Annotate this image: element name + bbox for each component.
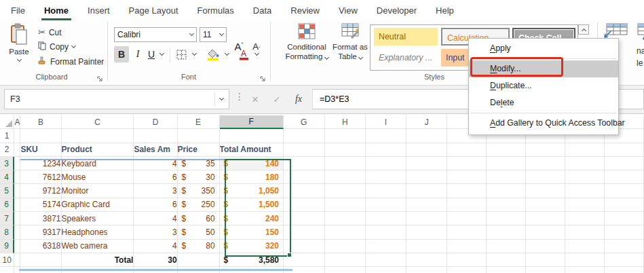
cell-N7[interactable] <box>565 212 605 225</box>
row-header-1[interactable]: 1 <box>0 129 14 143</box>
cell-D3[interactable]: 4 <box>134 157 177 170</box>
cell-A10[interactable] <box>14 253 20 267</box>
cell-C6[interactable]: Graphic Card <box>62 198 134 212</box>
cell-K6[interactable] <box>447 198 487 212</box>
conditional-formatting-button[interactable]: Conditional Formatting <box>284 23 330 61</box>
cell-D2[interactable]: Sales Am <box>134 143 177 157</box>
cell-H4[interactable] <box>325 170 366 184</box>
cell-D9[interactable]: 4 <box>134 240 177 253</box>
cell-A5[interactable] <box>14 184 20 198</box>
cell-K9[interactable] <box>447 240 487 253</box>
col-header-H[interactable]: H <box>325 115 366 129</box>
clipped-ribbon-button-icon[interactable] <box>637 22 644 45</box>
cell-N8[interactable] <box>565 225 605 239</box>
cell-L7[interactable] <box>487 212 526 225</box>
cell-J1[interactable] <box>406 129 447 143</box>
cell-L10[interactable] <box>487 253 526 267</box>
cell-L9[interactable] <box>487 240 526 253</box>
cell-M3[interactable] <box>526 157 565 170</box>
cell-I3[interactable] <box>366 157 406 170</box>
cell-I4[interactable] <box>366 170 406 184</box>
tab-view[interactable]: View <box>329 0 367 20</box>
tab-review[interactable]: Review <box>281 0 329 20</box>
cell-O3[interactable] <box>605 157 644 170</box>
tab-developer[interactable]: Developer <box>367 0 426 20</box>
cell-H6[interactable] <box>325 198 366 212</box>
name-box[interactable]: F3 <box>4 89 229 109</box>
cell-M8[interactable] <box>526 225 565 239</box>
cell-B7[interactable]: 3871 <box>20 212 61 225</box>
underline-dropdown-icon[interactable] <box>157 46 166 62</box>
style-chip-explanatory[interactable]: Explanatory ... <box>374 49 438 67</box>
row-header-4[interactable]: 4 <box>0 170 14 184</box>
cell-N11[interactable] <box>565 267 605 273</box>
cell-E11[interactable] <box>178 267 220 273</box>
col-header-B[interactable]: B <box>20 115 61 129</box>
cell-G4[interactable] <box>284 170 325 184</box>
cell-M2[interactable] <box>526 143 565 157</box>
cell-A3[interactable] <box>14 157 20 170</box>
cell-C2[interactable]: Product <box>62 143 134 157</box>
format-as-table-button[interactable]: Format as Table <box>331 23 369 61</box>
cell-F2[interactable]: Total Amount <box>220 143 284 157</box>
tab-help[interactable]: Help <box>426 0 463 20</box>
font-size-dropdown-icon[interactable] <box>219 31 224 36</box>
cell-A1[interactable] <box>14 129 20 143</box>
menu-item-apply[interactable]: Apply <box>469 40 618 57</box>
bold-button[interactable]: B <box>114 46 129 62</box>
borders-icon[interactable] <box>174 46 189 62</box>
menu-item-modify[interactable]: Modify... <box>469 60 618 77</box>
cell-D10[interactable]: 30 <box>134 253 177 267</box>
col-header-D[interactable]: D <box>134 115 177 129</box>
cell-I8[interactable] <box>366 225 406 239</box>
cell-I7[interactable] <box>366 212 406 225</box>
tab-data[interactable]: Data <box>244 0 281 20</box>
cell-B3[interactable]: 1234 <box>20 157 61 170</box>
cell-B11[interactable] <box>20 267 61 273</box>
cell-J7[interactable] <box>406 212 447 225</box>
col-header-J[interactable]: J <box>406 115 447 129</box>
cell-K4[interactable] <box>447 170 487 184</box>
row-header-2[interactable]: 2 <box>0 143 14 157</box>
cell-C3[interactable]: Keyboard <box>62 157 134 170</box>
conditional-formatting-dropdown-icon[interactable] <box>324 55 329 60</box>
copy-dropdown-icon[interactable] <box>71 43 76 48</box>
cell-D7[interactable]: 4 <box>134 212 177 225</box>
cell-J6[interactable] <box>406 198 447 212</box>
fill-handle[interactable] <box>287 253 292 257</box>
cell-K5[interactable] <box>447 184 487 198</box>
cell-C8[interactable]: Headphones <box>62 225 134 239</box>
cell-M6[interactable] <box>526 198 565 212</box>
cell-E5[interactable]: $350 <box>178 184 220 198</box>
font-name-dropdown-icon[interactable] <box>189 31 194 36</box>
cell-M5[interactable] <box>526 184 565 198</box>
cell-J3[interactable] <box>406 157 447 170</box>
tab-file[interactable]: File <box>1 0 35 20</box>
cell-I11[interactable] <box>366 267 406 273</box>
cell-M11[interactable] <box>526 267 565 273</box>
row-header-7[interactable]: 7 <box>0 212 14 225</box>
cell-B6[interactable]: 5174 <box>20 198 61 212</box>
cell-A9[interactable] <box>14 240 20 253</box>
tab-page-layout[interactable]: Page Layout <box>119 0 188 20</box>
cell-F5[interactable]: $1,050 <box>220 184 284 198</box>
cell-G6[interactable] <box>284 198 325 212</box>
cell-E7[interactable]: $60 <box>178 212 220 225</box>
paste-dropdown-icon[interactable] <box>16 57 21 62</box>
cell-A11[interactable] <box>14 267 20 273</box>
cell-H9[interactable] <box>325 240 366 253</box>
cell-E6[interactable]: $250 <box>178 198 220 212</box>
cell-D11[interactable] <box>134 267 177 273</box>
cell-H11[interactable] <box>325 267 366 273</box>
cell-B2[interactable]: SKU <box>20 143 61 157</box>
format-painter-button[interactable]: Format Painter <box>38 56 104 67</box>
copy-button[interactable]: Copy <box>38 41 75 52</box>
cell-J2[interactable] <box>406 143 447 157</box>
cell-E1[interactable] <box>178 129 220 143</box>
cell-O8[interactable] <box>605 225 644 239</box>
formula-bar-drag-handle-icon[interactable]: ⋮ <box>235 91 244 102</box>
borders-dropdown-icon[interactable] <box>190 46 198 62</box>
cancel-icon[interactable]: ✕ <box>246 89 265 109</box>
tab-formulas[interactable]: Formulas <box>188 0 244 20</box>
cell-F8[interactable]: $150 <box>220 225 284 239</box>
